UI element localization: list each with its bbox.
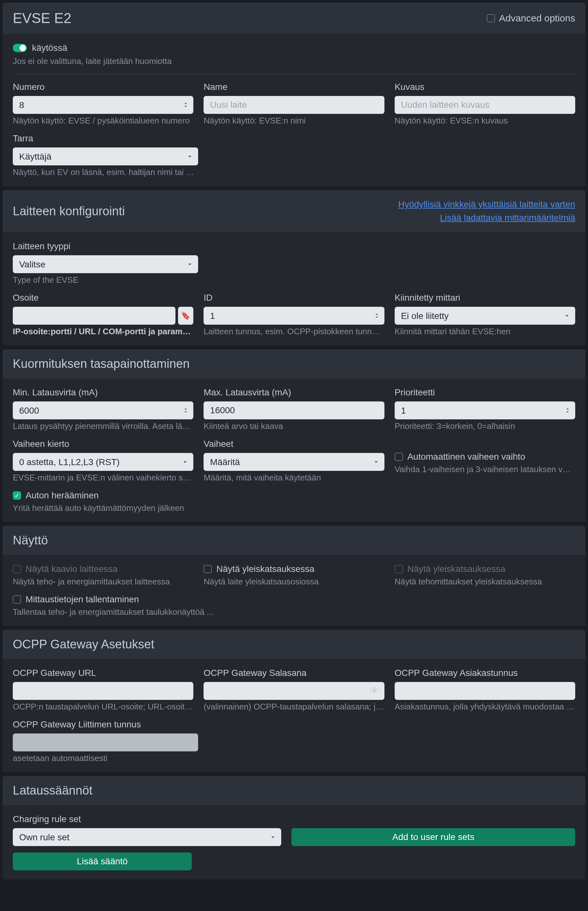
advanced-options-toggle[interactable]: Advanced options <box>487 13 575 24</box>
wakeup-checkbox[interactable] <box>13 491 21 500</box>
tarra-select[interactable]: Käyttäjä <box>13 148 198 165</box>
osoite-tag-button[interactable]: 🔖 <box>178 307 193 325</box>
ocpp-password-input[interactable] <box>204 682 384 700</box>
ruleset-label: Charging rule set <box>13 814 281 824</box>
show-overview1-checkbox[interactable] <box>204 565 212 573</box>
max-current-input[interactable] <box>204 402 384 419</box>
ocpp-client-help: Asiakastunnus, jolla yhdyskäytävä muodos… <box>395 702 575 712</box>
id-label: ID <box>204 293 384 303</box>
osoite-help: IP-osoite:portti / URL / COM-portti ja p… <box>13 327 193 337</box>
enabled-help: Jos ei ole valittuna, laite jätetään huo… <box>13 56 575 66</box>
rotation-select[interactable]: 0 astetta, L1,L2,L3 (RST) <box>13 453 193 471</box>
mittari-label: Kiinnitetty mittari <box>395 293 575 303</box>
max-current-label: Max. Latausvirta (mA) <box>204 387 384 397</box>
min-current-help: Lataus pysähtyy pienemmillä virroilla. A… <box>13 421 193 431</box>
mittari-select[interactable]: Ei ole liitetty <box>395 307 575 325</box>
rotation-label: Vaiheen kierto <box>13 439 193 449</box>
storage-help: Tallentaa teho- ja energiamittaukset tau… <box>13 607 575 617</box>
load-balancing-card: Kuormituksen tasapainottaminen Min. Lata… <box>3 349 585 522</box>
storage-checkbox[interactable] <box>13 595 21 604</box>
enabled-label: käytössä <box>32 43 68 53</box>
auto-phase-switch-help: Vaihda 1-vaiheisen ja 3-vaiheisen latauk… <box>395 464 575 474</box>
wakeup-help: Yritä herättää auto käyttämättömyyden jä… <box>13 503 575 513</box>
charging-rules-card: Lataussäännöt Charging rule set Own rule… <box>3 776 585 879</box>
name-help: Näytön käyttö: EVSE:n nimi <box>204 116 384 126</box>
load-header: Kuormituksen tasapainottaminen <box>3 349 585 378</box>
rules-header: Lataussäännöt <box>3 776 585 805</box>
evse-main-card: EVSE E2 Advanced options käytössä Jos ei… <box>3 3 585 186</box>
kuvaus-input[interactable] <box>395 96 575 114</box>
show-overview2-checkbox <box>395 565 403 573</box>
kuvaus-help: Näytön käyttö: EVSE:n kuvaus <box>395 116 575 126</box>
min-current-label: Min. Latausvirta (mA) <box>13 387 193 397</box>
type-label: Laitteen tyyppi <box>13 241 198 251</box>
wakeup-label: Auton herääminen <box>26 490 99 501</box>
tag-icon: 🔖 <box>181 311 191 320</box>
display-card: Näyttö Näytä kaavio laitteessa Näytä teh… <box>3 526 585 626</box>
auto-phase-switch-label: Automaattinen vaiheen vaihto <box>407 452 525 462</box>
numero-label: Numero <box>13 82 193 92</box>
eye-icon[interactable]: 👁 <box>370 686 379 696</box>
ocpp-title: OCPP Gateway Asetukset <box>13 637 154 651</box>
osoite-input[interactable] <box>13 307 175 325</box>
show-chart-label: Näytä kaavio laitteessa <box>26 564 118 574</box>
numero-select[interactable]: 8 <box>13 96 193 114</box>
id-help: Laitteen tunnus, esim. OCPP-pistokkeen t… <box>204 327 384 337</box>
priority-label: Prioriteetti <box>395 387 575 397</box>
add-rule-button[interactable]: Lisää sääntö <box>13 853 192 870</box>
phases-label: Vaiheet <box>204 439 384 449</box>
name-label: Name <box>204 82 384 92</box>
ocpp-connector-input <box>13 733 198 751</box>
advanced-options-checkbox[interactable] <box>487 14 495 23</box>
add-to-user-rulesets-button[interactable]: Add to user rule sets <box>291 828 575 846</box>
ruleset-select[interactable]: Own rule set <box>13 828 281 846</box>
priority-select[interactable]: 1 <box>395 402 575 419</box>
mittari-help: Kiinnitä mittari tähän EVSE:hen <box>395 327 575 337</box>
show-overview1-help: Näytä laite yleiskatsausosiossa <box>204 577 384 587</box>
numero-help: Näytön käyttö: EVSE / pysäköintialueen n… <box>13 116 193 126</box>
kuvaus-label: Kuvaus <box>395 82 575 92</box>
osoite-label: Osoite <box>13 293 193 303</box>
rules-title: Lataussäännöt <box>13 784 92 798</box>
show-overview2-label: Näytä yleiskatsauksessa <box>407 564 506 574</box>
min-current-input[interactable]: 6000 <box>13 402 193 419</box>
id-select[interactable]: 1 <box>204 307 384 325</box>
advanced-options-label: Advanced options <box>499 13 575 24</box>
device-config-card: Laitteen konfigurointi Hyödyllisiä vinkk… <box>3 190 585 345</box>
ocpp-password-label: OCPP Gateway Salasana <box>204 668 384 678</box>
ocpp-url-input[interactable] <box>13 682 193 700</box>
load-title: Kuormituksen tasapainottaminen <box>13 357 189 371</box>
config-header: Laitteen konfigurointi Hyödyllisiä vinkk… <box>3 190 585 232</box>
tarra-help: Näyttö, kun EV on läsnä, esim. haltijan … <box>13 167 198 177</box>
ocpp-password-help: (valinnainen) OCPP-taustapalvelun salasa… <box>204 702 384 712</box>
show-chart-help: Näytä teho- ja energiamittaukset laittee… <box>13 577 193 587</box>
ocpp-connector-help: asetetaan automaattisesti <box>13 753 198 763</box>
auto-phase-switch-checkbox[interactable] <box>395 452 403 461</box>
config-meters-link[interactable]: Lisää ladattavia mittarimääritelmiä <box>398 211 575 225</box>
display-header: Näyttö <box>3 526 585 555</box>
page-title: EVSE E2 <box>13 10 71 26</box>
enabled-toggle[interactable] <box>13 44 27 52</box>
max-current-help: Kiinteä arvo tai kaava <box>204 421 384 431</box>
show-overview1-label: Näytä yleiskatsauksessa <box>216 564 315 574</box>
ocpp-url-help: OCPP:n taustapalvelun URL-osoite; URL-os… <box>13 702 193 712</box>
ocpp-url-label: OCPP Gateway URL <box>13 668 193 678</box>
rotation-help: EVSE-mittarin ja EVSE:n välinen vaihekie… <box>13 473 193 483</box>
config-tips-link[interactable]: Hyödyllisiä vinkkejä yksittäisiä laittei… <box>398 198 575 211</box>
type-select[interactable]: Valitse <box>13 255 198 273</box>
config-title: Laitteen konfigurointi <box>13 204 125 218</box>
ocpp-header: OCPP Gateway Asetukset <box>3 630 585 659</box>
ocpp-client-input[interactable] <box>395 682 575 700</box>
type-help: Type of the EVSE <box>13 275 198 285</box>
show-chart-checkbox <box>13 565 21 573</box>
priority-help: Prioriteetti: 3=korkein, 0=alhaisin <box>395 421 575 431</box>
phases-select[interactable]: Määritä <box>204 453 384 471</box>
tarra-label: Tarra <box>13 133 198 144</box>
main-header: EVSE E2 Advanced options <box>3 3 585 34</box>
name-input[interactable] <box>204 96 384 114</box>
phases-help: Määritä, mitä vaiheita käytetään <box>204 473 384 483</box>
ocpp-gateway-card: OCPP Gateway Asetukset OCPP Gateway URL … <box>3 630 585 772</box>
display-title: Näyttö <box>13 533 48 547</box>
ocpp-client-label: OCPP Gateway Asiakastunnus <box>395 668 575 678</box>
show-overview2-help: Näytä tehomittaukset yleiskatsauksessa <box>395 577 575 587</box>
